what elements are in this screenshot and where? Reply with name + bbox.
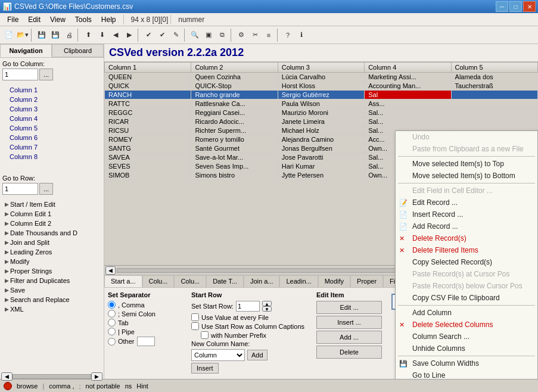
menu-help[interactable]: Help [97, 14, 121, 25]
radio-comma-input[interactable] [108, 301, 116, 309]
tb-copy[interactable]: ⧉ [216, 29, 229, 42]
tb-new[interactable]: 📄 [2, 29, 15, 42]
radio-tab-input[interactable] [108, 319, 116, 326]
close-button[interactable]: ✕ [523, 1, 536, 12]
tree-start-item-edit[interactable]: ▶Start / Item Edit [0, 200, 104, 209]
ctx-paste-clipboard-file[interactable]: Paste from Clipboard as a new File [396, 143, 537, 155]
other-sep-input[interactable] [137, 337, 155, 346]
tb-save2[interactable]: 💾 [49, 29, 62, 42]
minimize-button[interactable]: ─ [496, 1, 508, 12]
ctx-undo[interactable]: Undo [396, 131, 537, 143]
ctx-unhide-columns[interactable]: Unhide Columns [396, 343, 537, 354]
scroll-left-btn[interactable]: ◀ [105, 266, 116, 275]
tb-help[interactable]: ? [281, 29, 294, 42]
menu-edit[interactable]: Edit [23, 14, 45, 25]
tb-check[interactable]: ✔ [142, 29, 155, 42]
ctx-delete-filtered[interactable]: ✕Delete Filtered Items [396, 244, 537, 256]
goto-col-button[interactable]: ... [39, 69, 53, 80]
table-row[interactable]: QUICK QUICK-Stop Horst Kloss Accounting … [105, 82, 538, 91]
ctx-edit-field-cell[interactable]: Edit Field in Cell Editor ... [396, 185, 537, 197]
ctx-save-col-widths[interactable]: 💾Save Column Widths [396, 357, 537, 369]
menu-file[interactable]: File [2, 14, 23, 25]
col-item-4[interactable]: Column 4 [0, 114, 104, 123]
tab-proper[interactable]: Proper [350, 275, 383, 287]
tab-clipboard[interactable]: Clipboard [52, 44, 104, 57]
tree-column-edit-1[interactable]: ▶Column Edit 1 [0, 209, 104, 219]
radio-semi-input[interactable] [108, 310, 116, 318]
radio-other-input[interactable] [108, 338, 116, 346]
tb-save[interactable]: 💾 [35, 29, 48, 42]
ctx-edit-record[interactable]: 📝Edit Record ... [396, 197, 537, 209]
ctx-delete-columns[interactable]: ✕Delete Selected Columns [396, 319, 537, 331]
tb-action1[interactable]: ⬆ [82, 29, 95, 42]
tree-date-thousands[interactable]: ▶Date Thousands and D [0, 228, 104, 238]
table-row[interactable]: RANCH Rancho grande Sergio Gutiérrez Sal [105, 91, 538, 99]
add-item-btn[interactable]: Add ... [316, 331, 382, 344]
tb-check2[interactable]: ✔ [156, 29, 169, 42]
col-header-3[interactable]: Column 3 [278, 63, 364, 73]
table-row[interactable]: QUEEN Queen Cozinha Lúcia Carvalho Marke… [105, 73, 538, 82]
col-item-8[interactable]: Column 8 [0, 152, 104, 161]
tree-modify[interactable]: ▶Modify [0, 257, 104, 266]
tb-action3[interactable]: ◀ [109, 29, 122, 42]
tb-open-arrow[interactable]: 📂▾ [16, 29, 29, 42]
tb-action2[interactable]: ⬇ [95, 29, 108, 42]
tree-join-split[interactable]: ▶Join and Split [0, 238, 104, 247]
col-header-5[interactable]: Column 5 [451, 63, 537, 73]
check-number-prefix-input[interactable] [201, 331, 209, 339]
ctx-paste-cursor[interactable]: Paste Record(s) at Cursor Pos [396, 268, 537, 280]
startrow-up[interactable]: ▲ [262, 301, 272, 306]
ctx-delete-record[interactable]: ✕Delete Record(s) [396, 232, 537, 244]
ctx-copy-records[interactable]: Copy Selected Record(s) [396, 256, 537, 268]
startrow-down[interactable]: ▼ [262, 306, 272, 312]
ctx-column-search[interactable]: Column Search ... [396, 331, 537, 343]
menu-tools[interactable]: Tools [70, 14, 97, 25]
col-header-1[interactable]: Column 1 [105, 63, 191, 73]
tb-print[interactable]: 🖨 [63, 29, 76, 42]
tab-leading[interactable]: Leadin... [279, 275, 318, 287]
goto-row-button[interactable]: ... [39, 183, 53, 195]
radio-pipe-input[interactable] [108, 328, 116, 335]
tb-filter[interactable]: ▣ [202, 29, 215, 42]
ctx-goto-line[interactable]: Go to Line [396, 369, 537, 379]
ctx-copy-csv[interactable]: Copy CSV File to Clipboard [396, 292, 537, 304]
ctx-add-record[interactable]: 📄Add Record ... [396, 220, 537, 232]
newcol-select[interactable]: Column [191, 349, 245, 361]
ctx-paste-below[interactable]: Paste Record(s) below Cursor Pos [396, 280, 537, 292]
goto-row-input[interactable] [2, 183, 38, 195]
ctx-move-bottom[interactable]: Move selected Item(s) to Bottom [396, 170, 537, 182]
tb-tools[interactable]: ⚙ [235, 29, 248, 42]
tb-info[interactable]: ℹ [295, 29, 308, 42]
col-item-5[interactable]: Column 5 [0, 123, 104, 133]
tab-col1[interactable]: Colu... [142, 275, 175, 287]
tree-column-edit-2[interactable]: ▶Column Edit 2 [0, 219, 104, 228]
tab-modify[interactable]: Modify [318, 275, 350, 287]
tb-cols[interactable]: ≡ [262, 29, 275, 42]
left-scroll-left[interactable]: ◀ [1, 372, 13, 381]
tab-col2[interactable]: Colu... [174, 275, 206, 287]
check-every-file-input[interactable] [191, 313, 199, 321]
tree-filter-duplicates[interactable]: ▶Filter and Duplicates [0, 276, 104, 285]
titlebar-controls[interactable]: ─ □ ✕ [496, 1, 536, 12]
col-item-7[interactable]: Column 7 [0, 142, 104, 152]
delete-item-btn[interactable]: Delete [316, 346, 382, 359]
insert-item-btn[interactable]: Insert ... [316, 316, 382, 329]
check-col-captions-input[interactable] [191, 322, 199, 330]
left-scroll-right[interactable]: ▶ [91, 372, 102, 381]
col-item-1[interactable]: Column 1 [0, 85, 104, 95]
tab-start[interactable]: Start a... [104, 275, 142, 287]
col-header-2[interactable]: Column 2 [191, 63, 278, 73]
add-col-btn[interactable]: Add [247, 350, 268, 360]
tab-navigation[interactable]: Navigation [0, 44, 52, 57]
col-item-3[interactable]: Column 3 [0, 104, 104, 114]
edit-btn[interactable]: Edit ... [316, 301, 382, 314]
insert-btn[interactable]: Insert [191, 363, 219, 374]
startrow-input[interactable] [236, 301, 260, 312]
col-item-2[interactable]: Column 2 [0, 95, 104, 104]
ctx-move-top[interactable]: Move selected Item(s) to Top [396, 158, 537, 170]
menu-view[interactable]: View [45, 14, 70, 25]
table-row[interactable]: RATTC Rattlesnake Ca... Paula Wilson Ass… [105, 99, 538, 108]
tb-search[interactable]: 🔍 [188, 29, 201, 42]
tree-proper-strings[interactable]: ▶Proper Strings [0, 266, 104, 276]
table-row[interactable]: REGGC Reggiani Casei... Maurizio Moroni … [105, 108, 538, 117]
